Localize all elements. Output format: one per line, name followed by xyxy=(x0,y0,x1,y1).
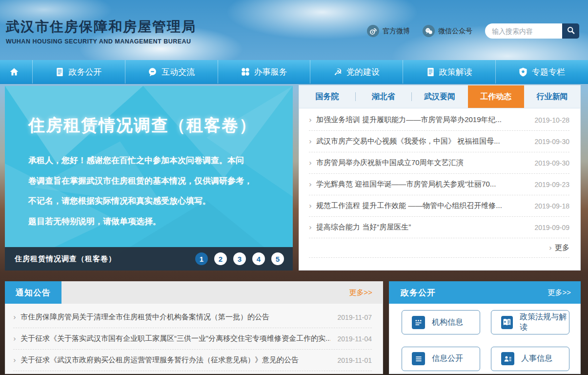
tab-hubei-province[interactable]: 湖北省 xyxy=(355,85,411,108)
nav-item-special-columns[interactable]: 专题专栏 xyxy=(495,60,588,83)
weibo-label: 官方微博 xyxy=(383,27,410,36)
news-panel: 国务院 湖北省 武汉要闻 工作动态 行业新闻 › 加强业务培训 提升履职能力——… xyxy=(299,85,581,271)
notice-item-date: 2019-11-01 xyxy=(337,356,372,364)
gov-button-label: 信息公开 xyxy=(432,354,463,364)
tab-industry-news[interactable]: 行业新闻 xyxy=(524,85,580,108)
notice-list-item[interactable]: › 关于征求《关于落实武汉市国有企业职工家属区“三供一业”分离移交住宅专项维修资… xyxy=(13,328,372,350)
tab-wuhan-news[interactable]: 武汉要闻 xyxy=(411,85,467,108)
news-list-item[interactable]: › 提高综合能力 当好“房屋医生” 2019-09-09 xyxy=(309,217,569,238)
gov-button-label: 政策法规与解读 xyxy=(520,312,569,333)
main-nav: 政务公开 互动交流 办事服务 ☭ 党的建设 xyxy=(0,60,588,84)
carousel-dot-5[interactable]: 5 xyxy=(271,252,284,265)
news-list-item[interactable]: › 武汉市房产交易中心视频《我爱你，中国》 祝福祖国母... 2019-09-3… xyxy=(309,131,569,152)
notices-list: › 市住房保障房管局关于清理全市住房租赁中介机构备案情况（第一批）的公告 201… xyxy=(5,304,383,374)
gov-info-more-link[interactable]: 更多>> xyxy=(547,288,571,297)
notices-more-link[interactable]: 更多>> xyxy=(349,288,372,297)
site-subtitle: WUHAN HOUSING SECURITY AND MANAGEMENT BU… xyxy=(6,38,196,45)
news-item-title: 武汉市房产交易中心视频《我爱你，中国》 祝福祖国母... xyxy=(316,137,527,146)
grid-icon xyxy=(241,67,250,76)
chevron-right-icon: › xyxy=(309,202,312,210)
carousel-dot-3[interactable]: 3 xyxy=(233,252,246,265)
document-icon xyxy=(426,67,435,77)
search-input[interactable] xyxy=(485,23,562,39)
news-more-link[interactable]: › 更多 xyxy=(309,238,569,258)
news-item-title: 提高综合能力 当好“房屋医生” xyxy=(316,223,527,232)
gov-button-label: 人事信息 xyxy=(521,354,552,364)
nav-item-label: 政务公开 xyxy=(68,66,101,78)
nav-item-label: 互动交流 xyxy=(162,66,195,78)
notices-title-tab[interactable]: 通知公告 xyxy=(5,281,61,304)
carousel-caption: 住房租赁情况调查（租客卷） xyxy=(15,254,116,264)
carousel-dot-2[interactable]: 2 xyxy=(214,252,227,265)
chevron-right-icon: › xyxy=(309,137,312,146)
info-list-icon xyxy=(412,352,425,365)
news-item-date: 2019-10-28 xyxy=(534,116,569,124)
policy-regulations-button[interactable]: 政策法规与解读 xyxy=(491,310,569,334)
home-icon xyxy=(9,67,19,77)
news-item-title: 加强业务培训 提升履职能力——市房管局举办2019年纪... xyxy=(316,115,527,125)
search-icon xyxy=(567,26,575,36)
chat-bubble-icon xyxy=(148,67,157,77)
wechat-label: 微信公众号 xyxy=(438,27,472,36)
nav-item-services[interactable]: 办事服务 xyxy=(218,60,310,83)
document-icon xyxy=(56,67,64,77)
weibo-icon xyxy=(367,25,379,37)
personnel-icon xyxy=(501,352,514,365)
site-brand: 武汉市住房保障和房屋管理局 WUHAN HOUSING SECURITY AND… xyxy=(6,18,196,45)
nav-item-policy-interpretation[interactable]: 政策解读 xyxy=(403,60,495,83)
notice-item-date: 2019-11-04 xyxy=(337,335,372,343)
carousel-banner[interactable]: 住房租赁情况调查（租客卷） 承租人，您好！感谢您在百忙之中参加本次问卷调查。本问… xyxy=(5,86,293,271)
notice-list-item[interactable]: › 关于征求《武汉市政府购买公租房运营管理服务暂行办法（征求意见稿）》意见的公告… xyxy=(13,350,372,371)
notice-item-title: 关于征求《武汉市政府购买公租房运营管理服务暂行办法（征求意见稿）》意见的公告 xyxy=(20,355,330,365)
banner-line: 承租人，您好！感谢您在百忙之中参加本次问卷调查。本问 xyxy=(28,150,272,171)
banner-line: 不记名，请您根据实际情况和真实感受放心填写。 xyxy=(28,191,272,211)
news-list-item[interactable]: › 规范工作流程 提升工作效能 ——物管中心组织召开维修... 2019-09-… xyxy=(309,195,569,217)
chevron-right-icon: › xyxy=(13,334,16,343)
tab-state-council[interactable]: 国务院 xyxy=(299,85,355,108)
news-more-label: 更多 xyxy=(555,243,569,252)
policy-book-icon xyxy=(501,316,513,329)
news-list-item[interactable]: › 学光辉典范 迎祖国华诞——市房管局机关参观“壮丽70... 2019-09-… xyxy=(309,174,569,195)
search-button[interactable] xyxy=(562,23,579,39)
news-list-item[interactable]: › 加强业务培训 提升履职能力——市房管局举办2019年纪... 2019-10… xyxy=(309,109,569,131)
banner-text: 承租人，您好！感谢您在百忙之中参加本次问卷调查。本问 卷调查旨在掌握武汉市住房租… xyxy=(28,150,272,232)
news-item-date: 2019-09-23 xyxy=(534,181,569,188)
chevron-right-icon: › xyxy=(549,244,552,252)
carousel-dot-4[interactable]: 4 xyxy=(252,252,265,265)
org-info-button[interactable]: 机构信息 xyxy=(402,310,480,334)
site-title: 武汉市住房保障和房屋管理局 xyxy=(6,18,196,36)
carousel-caption-bar: 住房租赁情况调查（租客卷） 1 2 3 4 5 xyxy=(5,247,293,271)
nav-item-party-building[interactable]: ☭ 党的建设 xyxy=(310,60,403,83)
nav-item-label: 政策解读 xyxy=(439,66,472,78)
news-list-item[interactable]: › 市房管局举办庆祝新中国成立70周年文艺汇演 2019-09-30 xyxy=(309,152,569,174)
banner-line: 卷调查旨在掌握武汉市住房租赁的基本情况，仅供调研参考， xyxy=(28,171,272,191)
info-disclosure-button[interactable]: 信息公开 xyxy=(402,347,480,371)
notice-list-item[interactable]: › 市住房保障房管局关于清理全市住房租赁中介机构备案情况（第一批）的公告 201… xyxy=(13,307,372,328)
weibo-link[interactable]: 官方微博 xyxy=(367,25,410,37)
news-item-date: 2019-09-18 xyxy=(534,202,569,210)
nav-item-label: 专题专栏 xyxy=(532,66,565,78)
wechat-link[interactable]: 微信公众号 xyxy=(423,25,472,37)
wechat-icon xyxy=(423,25,435,37)
nav-item-interaction[interactable]: 互动交流 xyxy=(125,60,218,83)
news-item-title: 市房管局举办庆祝新中国成立70周年文艺汇演 xyxy=(316,158,527,167)
chevron-right-icon: › xyxy=(309,116,312,125)
personnel-info-button[interactable]: 人事信息 xyxy=(491,347,569,371)
news-item-date: 2019-09-30 xyxy=(534,138,569,146)
notice-item-title: 市住房保障房管局关于清理全市住房租赁中介机构备案情况（第一批）的公告 xyxy=(20,312,330,322)
banner-line: 题目若无特别说明，请做单项选择。 xyxy=(28,211,272,232)
news-item-date: 2019-09-30 xyxy=(534,159,569,167)
banner-title: 住房租赁情况调查（租客卷） xyxy=(28,114,282,137)
tab-work-updates[interactable]: 工作动态 xyxy=(468,85,524,108)
nav-home[interactable] xyxy=(0,60,32,83)
carousel-dot-1[interactable]: 1 xyxy=(195,252,208,265)
news-item-date: 2019-09-09 xyxy=(534,224,569,231)
site-header: 武汉市住房保障和房屋管理局 WUHAN HOUSING SECURITY AND… xyxy=(0,0,588,60)
gov-info-buttons: 机构信息 政策法规与解读 xyxy=(389,304,581,374)
carousel-pagination: 1 2 3 4 5 xyxy=(195,252,284,265)
chevron-right-icon: › xyxy=(309,159,312,167)
nav-item-gov-disclosure[interactable]: 政务公开 xyxy=(32,60,125,83)
shield-star-icon xyxy=(519,67,527,77)
chevron-right-icon: › xyxy=(13,356,16,365)
site-search xyxy=(485,23,579,39)
